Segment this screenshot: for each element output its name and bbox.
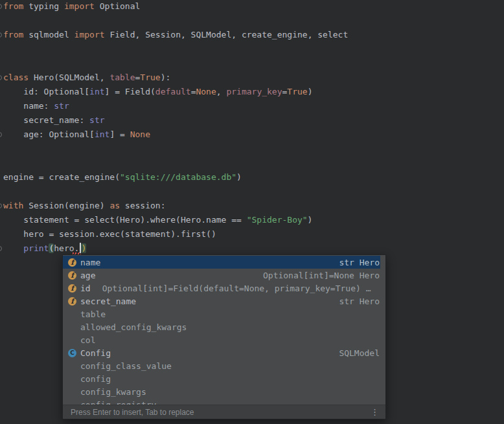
code-line[interactable]: from sqlmodel import Field, Session, SQL… — [3, 28, 504, 42]
code-token: statement = select(Hero).where(Hero.name… — [3, 215, 247, 225]
field-icon: f — [68, 271, 76, 280]
code-editor: from typing import Optionalfrom sqlmodel… — [0, 0, 504, 424]
field-icon: f — [68, 284, 76, 293]
gutter-icon — [0, 4, 2, 9]
code-line[interactable] — [3, 184, 504, 199]
code-token: , — [216, 87, 227, 96]
code-token: print — [23, 243, 49, 253]
completion-item-label: config_class_value — [80, 361, 172, 371]
gutter-icon — [0, 203, 2, 208]
code-area[interactable]: from typing import Optionalfrom sqlmodel… — [3, 0, 504, 256]
gutter-icon — [0, 32, 2, 38]
completion-item-label: Config — [80, 348, 111, 358]
completion-item-detail: Optional[int]=None Hero — [263, 271, 385, 280]
completion-popup: fnamestr HerofageOptional[int]=None Hero… — [62, 254, 386, 419]
code-token: Optional — [95, 1, 140, 11]
completion-item[interactable]: col — [63, 333, 385, 346]
completion-item-label: config_registry — [80, 400, 156, 405]
field-icon: f — [68, 297, 76, 306]
completion-item[interactable]: table — [63, 307, 385, 320]
code-line[interactable]: hero = session.exec(statement).first() — [3, 227, 504, 241]
code-token: ) — [308, 87, 313, 96]
code-token: ) — [236, 172, 242, 182]
code-line[interactable]: age: Optional[int] = None — [3, 128, 504, 142]
code-token: engine = create_engine( — [3, 172, 120, 182]
code-token: None — [196, 87, 216, 96]
completion-hint: Press Enter to insert, Tab to replace — [71, 408, 194, 417]
code-token: Field, Session, SQLModel, create_engine,… — [105, 30, 349, 39]
completion-item-label: id — [80, 284, 91, 293]
code-token: with — [3, 201, 23, 210]
code-token: id: Optional[ — [3, 87, 89, 96]
completion-item-detail: str Hero — [339, 296, 385, 306]
code-token: from — [3, 30, 23, 39]
code-token: hero. — [54, 243, 79, 253]
completion-item[interactable]: config_class_value — [63, 359, 385, 372]
code-token: str — [54, 101, 69, 111]
completion-item-detail: Optional[int]=Field(default=None, primar… — [102, 284, 371, 293]
code-line[interactable]: name: str — [3, 99, 504, 113]
code-token — [3, 243, 23, 253]
completion-item[interactable]: config_kwargs — [63, 385, 385, 398]
completion-item[interactable]: allowed_config_kwargs — [63, 320, 385, 333]
completion-item-label: config_kwargs — [80, 387, 146, 397]
completion-item-detail: str Hero — [339, 258, 385, 267]
completion-item-label: name — [80, 258, 100, 267]
completion-item[interactable]: fidOptional[int]=Field(default=None, pri… — [63, 282, 385, 295]
code-token: class — [3, 73, 29, 82]
completion-item-label: allowed_config_kwargs — [80, 322, 187, 332]
code-token: sqlmodel — [23, 30, 74, 39]
code-line[interactable] — [3, 142, 504, 156]
code-token: str — [89, 115, 104, 125]
code-token: default — [155, 87, 191, 96]
completion-footer: Press Enter to insert, Tab to replace ⋮ — [63, 405, 385, 419]
completion-item[interactable]: CConfigSQLModel — [63, 346, 385, 359]
code-token: primary_key — [226, 87, 282, 96]
field-icon: f — [68, 258, 76, 267]
code-line[interactable] — [3, 56, 504, 71]
completion-item-label: table — [80, 309, 106, 319]
gutter-icon — [0, 246, 2, 251]
completion-item-label: config — [80, 374, 111, 384]
code-token: ): — [161, 73, 171, 82]
completion-item[interactable]: fsecret_namestr Hero — [63, 295, 385, 307]
code-token: name: — [3, 101, 54, 111]
completion-item[interactable]: config_registry — [63, 398, 385, 405]
completion-item[interactable]: fnamestr Hero — [63, 256, 385, 269]
code-line[interactable]: class Hero(SQLModel, table=True): — [3, 71, 504, 85]
completion-item[interactable]: fageOptional[int]=None Hero — [63, 269, 385, 282]
completion-item-detail: SQLModel — [339, 348, 385, 358]
completion-item[interactable]: config — [63, 372, 385, 385]
code-token: int — [89, 87, 104, 96]
code-token: "Spider-Boy" — [247, 215, 308, 225]
code-line[interactable] — [3, 14, 504, 28]
code-token: None — [130, 129, 150, 139]
code-token: import — [74, 30, 105, 39]
completion-item-label: secret_name — [80, 296, 136, 306]
code-line[interactable]: secret_name: str — [3, 113, 504, 128]
gutter-icon — [0, 75, 2, 80]
code-token: table — [109, 73, 135, 82]
class-icon: C — [68, 349, 76, 357]
completion-item-label: col — [80, 335, 95, 345]
code-token: Hero(SQLModel, — [29, 73, 109, 82]
code-line[interactable] — [3, 42, 504, 56]
code-line[interactable]: engine = create_engine("sqlite:///databa… — [3, 170, 504, 184]
code-token: hero = session.exec(statement).first() — [3, 229, 216, 239]
kebab-menu-icon[interactable]: ⋮ — [371, 407, 379, 417]
code-token: True — [287, 87, 307, 96]
code-line[interactable] — [3, 156, 504, 170]
code-token: from — [3, 1, 23, 11]
code-line[interactable]: id: Optional[int] = Field(default=None, … — [3, 85, 504, 99]
code-line[interactable]: from typing import Optional — [3, 0, 504, 14]
code-token: int — [95, 129, 109, 139]
code-line[interactable]: with Session(engine) as session: — [3, 199, 504, 213]
completion-item-label: age — [80, 271, 95, 280]
code-token: ] = Field( — [105, 87, 155, 96]
code-token: ) — [308, 215, 313, 225]
code-token: import — [64, 1, 95, 11]
code-token: True — [140, 73, 160, 82]
code-token: secret_name: — [3, 115, 89, 125]
code-line[interactable]: statement = select(Hero).where(Hero.name… — [3, 213, 504, 227]
gutter-icon — [0, 132, 2, 137]
